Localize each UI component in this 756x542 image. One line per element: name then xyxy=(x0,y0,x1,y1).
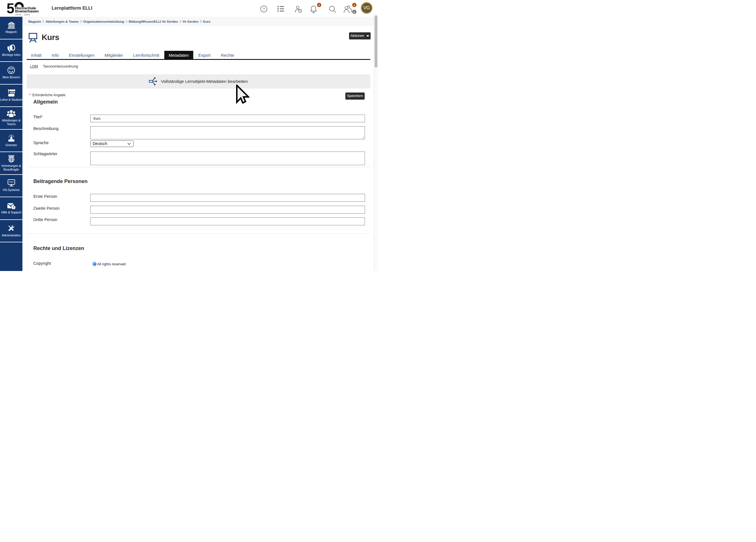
svg-text:?: ? xyxy=(263,7,265,11)
svg-text:!: ! xyxy=(300,9,301,12)
svg-text:?: ? xyxy=(12,206,14,209)
